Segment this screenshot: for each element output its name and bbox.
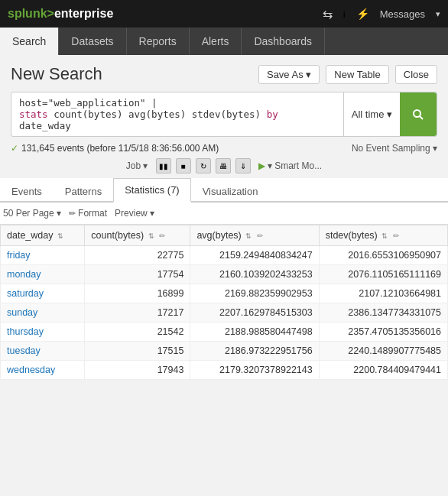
sort-icon-stdev: ⇅ (381, 232, 388, 240)
main-content: New Search Save As ▾ New Table Close hos… (0, 55, 448, 173)
preview-button[interactable]: Preview ▾ (115, 208, 154, 219)
svg-point-0 (414, 110, 420, 117)
cell-day[interactable]: sunday (1, 303, 85, 323)
nav-item-search[interactable]: Search (0, 28, 59, 55)
cell-count: 17754 (85, 265, 190, 284)
close-button[interactable]: Close (395, 65, 437, 84)
info-bar: ✓ 131,645 events (before 11/5/18 8:36:56… (11, 143, 437, 154)
job-button[interactable]: Job ▾ (126, 160, 148, 171)
job-controls: ▮▮ ■ ↻ 🖶 ⇓ (156, 158, 251, 173)
sort-icon-avg: ⇅ (245, 232, 252, 240)
col-header-avg-bytes[interactable]: avg(bytes) ⇅ ✏ (190, 225, 319, 246)
cell-count: 17217 (85, 303, 190, 323)
cell-stdev: 2076.1105165111169 (319, 265, 447, 284)
cell-avg: 2207.1629784515303 (190, 303, 319, 323)
nav-bar: Search Datasets Reports Alerts Dashboard… (0, 28, 448, 55)
messages-label[interactable]: Messages (380, 8, 425, 20)
tabs: Events Patterns Statistics (7) Visualiza… (0, 178, 448, 203)
cell-stdev: 2386.1347734331075 (319, 303, 447, 323)
refresh-button[interactable]: ↻ (196, 158, 211, 173)
query-line1: host="web_application" | (19, 97, 336, 109)
search-bar: host="web_application" | stats count(byt… (11, 92, 437, 137)
col-header-stdev-bytes[interactable]: stdev(bytes) ⇅ ✏ (319, 225, 447, 246)
search-button[interactable] (400, 92, 437, 136)
smart-mode[interactable]: ▶ ▾ Smart Mo... (258, 160, 323, 171)
table-row: tuesday 17515 2186.973222951756 2240.148… (1, 342, 448, 361)
table-row: monday 17754 2160.1039202433253 2076.110… (1, 265, 448, 284)
nav-item-datasets[interactable]: Datasets (59, 28, 126, 55)
cell-day[interactable]: thursday (1, 323, 85, 342)
table-toolbar: 50 Per Page ▾ Format Preview ▾ (0, 203, 448, 225)
edit-icon-avg[interactable]: ✏ (257, 232, 263, 240)
save-as-button[interactable]: Save As ▾ (258, 65, 320, 84)
cell-avg: 2186.973222951756 (190, 342, 319, 361)
cell-count: 17943 (85, 361, 190, 380)
search-input[interactable]: host="web_application" | stats count(byt… (11, 92, 343, 136)
cell-stdev: 2200.784409479441 (319, 361, 447, 380)
check-icon: ✓ (11, 143, 18, 154)
export-button[interactable]: ⇓ (235, 158, 251, 173)
cell-avg: 2160.1039202433253 (190, 265, 319, 284)
table-header-row: date_wday ⇅ count(bytes) ⇅ ✏ avg(bytes) … (1, 225, 448, 246)
cell-avg: 2169.882359902953 (190, 284, 319, 303)
sort-icon-date: ⇅ (57, 232, 63, 240)
cell-day[interactable]: wednesday (1, 361, 85, 380)
query-line2: stats count(bytes) avg(bytes) stdev(byte… (19, 109, 336, 131)
col-header-count-bytes[interactable]: count(bytes) ⇅ ✏ (85, 225, 190, 246)
cell-stdev: 2240.1489907775485 (319, 342, 447, 361)
title-row: New Search Save As ▾ New Table Close (11, 64, 437, 84)
per-page-button[interactable]: 50 Per Page ▾ (3, 208, 61, 219)
messages-chevron: ▾ (436, 9, 440, 19)
table-body: friday 22775 2159.2494840834247 2016.655… (1, 246, 448, 380)
lightning-icon: ⚡ (356, 8, 369, 20)
sort-icon-count: ⇅ (148, 232, 154, 240)
cell-count: 21542 (85, 323, 190, 342)
format-button[interactable]: Format (69, 208, 107, 219)
stop-button[interactable]: ■ (176, 158, 191, 173)
table-row: saturday 16899 2169.882359902953 2107.12… (1, 284, 448, 303)
top-bar: splunk>enterprise ⇆ i ⚡ Messages ▾ (0, 0, 448, 28)
logo: splunk>enterprise (8, 7, 113, 21)
edit-icon-count[interactable]: ✏ (159, 232, 165, 240)
search-icon (412, 109, 424, 121)
title-actions: Save As ▾ New Table Close (258, 65, 437, 84)
print-button[interactable]: 🖶 (216, 158, 231, 173)
col-header-date-wday[interactable]: date_wday ⇅ (1, 225, 85, 246)
arrow-nav-icon: ⇆ (323, 7, 333, 21)
data-table: date_wday ⇅ count(bytes) ⇅ ✏ avg(bytes) … (0, 225, 448, 380)
cell-day[interactable]: friday (1, 246, 85, 265)
time-range-picker[interactable]: All time ▾ (343, 92, 400, 136)
table-row: sunday 17217 2207.1629784515303 2386.134… (1, 303, 448, 323)
tabs-section: Events Patterns Statistics (7) Visualiza… (0, 178, 448, 380)
table-row: thursday 21542 2188.988580447498 2357.47… (1, 323, 448, 342)
events-count: ✓ 131,645 events (before 11/5/18 8:36:56… (11, 143, 219, 154)
cell-day[interactable]: tuesday (1, 342, 85, 361)
cell-stdev: 2016.6553106950907 (319, 246, 447, 265)
tab-events[interactable]: Events (0, 180, 54, 203)
tab-patterns[interactable]: Patterns (54, 180, 113, 203)
cell-avg: 2179.3207378922143 (190, 361, 319, 380)
nav-item-reports[interactable]: Reports (127, 28, 190, 55)
cell-day[interactable]: monday (1, 265, 85, 284)
svg-line-1 (420, 116, 423, 119)
tab-statistics[interactable]: Statistics (7) (113, 178, 191, 203)
tab-visualization[interactable]: Visualization (191, 180, 270, 203)
cell-avg: 2188.988580447498 (190, 323, 319, 342)
info-icon: i (343, 8, 346, 20)
cell-stdev: 2357.4705135356016 (319, 323, 447, 342)
nav-item-alerts[interactable]: Alerts (190, 28, 242, 55)
pause-button[interactable]: ▮▮ (156, 158, 171, 173)
cell-count: 22775 (85, 246, 190, 265)
new-table-button[interactable]: New Table (326, 65, 388, 84)
cell-stdev: 2107.12103664981 (319, 284, 447, 303)
events-text: 131,645 events (before 11/5/18 8:36:56.0… (21, 143, 219, 154)
table-row: friday 22775 2159.2494840834247 2016.655… (1, 246, 448, 265)
sampling-selector[interactable]: No Event Sampling ▾ (352, 143, 437, 154)
cell-day[interactable]: saturday (1, 284, 85, 303)
cell-avg: 2159.2494840834247 (190, 246, 319, 265)
cell-count: 16899 (85, 284, 190, 303)
edit-icon-stdev[interactable]: ✏ (393, 232, 399, 240)
nav-item-dashboards[interactable]: Dashboards (242, 28, 325, 55)
page-title: New Search (11, 64, 102, 84)
job-bar: Job ▾ ▮▮ ■ ↻ 🖶 ⇓ ▶ ▾ Smart Mo... (11, 158, 437, 173)
